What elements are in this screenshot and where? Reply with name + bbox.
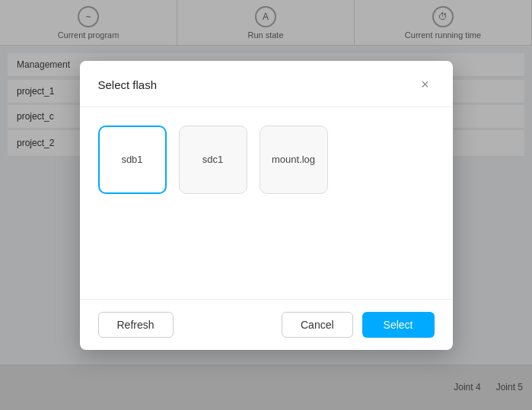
- refresh-label: Refresh: [117, 319, 155, 331]
- footer-right-buttons: Cancel Select: [282, 312, 435, 338]
- select-button[interactable]: Select: [362, 312, 435, 338]
- flash-card-mount-log-label: mount.log: [272, 154, 315, 165]
- select-label: Select: [384, 319, 413, 331]
- flash-card-sdb1-label: sdb1: [121, 154, 142, 165]
- cancel-label: Cancel: [301, 319, 334, 331]
- close-button[interactable]: ×: [416, 76, 435, 94]
- dialog-body: sdb1 sdc1 mount.log: [80, 107, 453, 299]
- close-icon: ×: [421, 77, 429, 93]
- flash-card-sdc1-label: sdc1: [202, 154, 223, 165]
- modal-overlay: Select flash × sdb1 sdc1 mount.log Refre…: [0, 0, 532, 410]
- cancel-button[interactable]: Cancel: [282, 312, 353, 338]
- dialog-footer: Refresh Cancel Select: [80, 299, 453, 350]
- flash-card-mount-log[interactable]: mount.log: [260, 126, 328, 194]
- flash-card-sdc1[interactable]: sdc1: [179, 126, 247, 194]
- dialog-header: Select flash ×: [80, 61, 453, 107]
- refresh-button[interactable]: Refresh: [98, 312, 174, 338]
- dialog-title: Select flash: [98, 78, 158, 91]
- select-flash-dialog: Select flash × sdb1 sdc1 mount.log Refre…: [80, 61, 453, 350]
- flash-card-sdb1[interactable]: sdb1: [98, 126, 167, 194]
